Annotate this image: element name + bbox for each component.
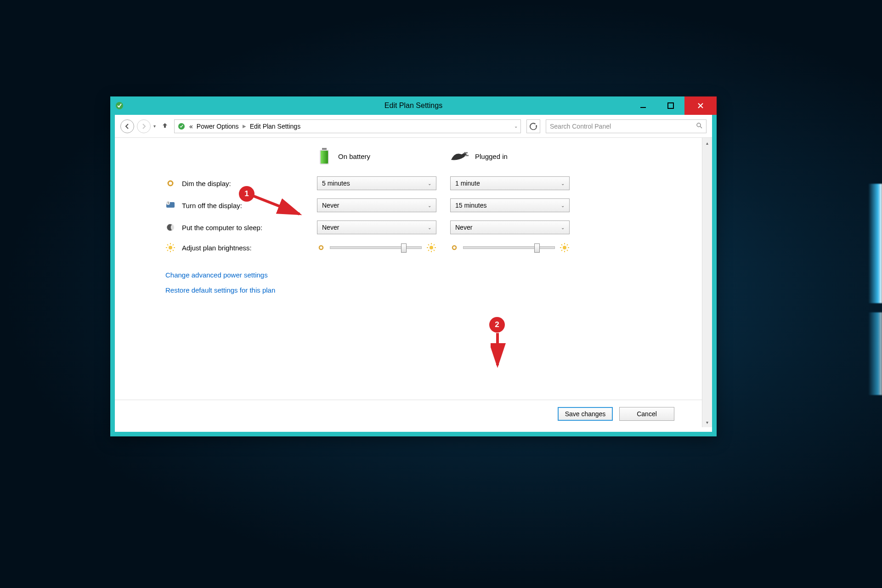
turnoff-plugged-dropdown[interactable]: 15 minutes ⌄ (450, 198, 570, 212)
annotation-badge-2: 2 (489, 317, 505, 333)
brightness-battery-slider[interactable] (330, 246, 422, 249)
sleep-plugged-dropdown[interactable]: Never ⌄ (450, 220, 570, 234)
brightness-low-icon (450, 243, 458, 252)
turnoff-battery-value: Never (322, 202, 339, 209)
desktop-light-streak (868, 184, 882, 303)
edit-plan-settings-window: Edit Plan Settings ▾ « (110, 96, 717, 436)
dim-plugged-value: 1 minute (455, 180, 480, 187)
address-bar[interactable]: « Power Options ▶ Edit Plan Settings ⌄ (174, 119, 521, 133)
dim-plugged-dropdown[interactable]: 1 minute ⌄ (450, 176, 570, 190)
brightness-plugged-slider[interactable] (463, 246, 555, 249)
plugged-in-header: Plugged in (450, 151, 583, 162)
brightness-icon (165, 243, 175, 253)
slider-thumb[interactable] (534, 243, 540, 253)
slider-thumb[interactable] (401, 243, 407, 253)
search-icon (696, 122, 702, 130)
brightness-label: Adjust plan brightness: (182, 244, 252, 252)
svg-point-4 (697, 123, 701, 127)
sleep-battery-dropdown[interactable]: Never ⌄ (317, 220, 436, 234)
turn-off-display-label: Turn off the display: (182, 202, 242, 209)
turnoff-battery-dropdown[interactable]: Never ⌄ (317, 198, 436, 212)
titlebar[interactable]: Edit Plan Settings (110, 96, 717, 115)
chevron-down-icon: ⌄ (428, 225, 431, 230)
address-dropdown-icon[interactable]: ⌄ (514, 124, 518, 129)
annotation-arrow-1 (249, 192, 309, 220)
chevron-down-icon: ⌄ (561, 181, 565, 186)
restore-defaults-link[interactable]: Restore default settings for this plan (165, 286, 688, 294)
change-advanced-link[interactable]: Change advanced power settings (165, 271, 688, 279)
chevron-down-icon: ⌄ (561, 225, 565, 230)
dim-battery-dropdown[interactable]: 5 minutes ⌄ (317, 176, 436, 190)
plugged-in-label: Plugged in (475, 153, 508, 160)
sleep-icon (165, 222, 175, 232)
svg-point-15 (169, 246, 172, 249)
power-options-icon (177, 122, 186, 130)
cancel-button[interactable]: Cancel (619, 407, 674, 421)
window-title: Edit Plan Settings (110, 102, 717, 110)
sleep-label: Put the computer to sleep: (182, 224, 262, 232)
annotation-badge-1: 1 (239, 186, 254, 202)
dim-battery-value: 5 minutes (322, 180, 350, 187)
battery-icon (317, 147, 332, 165)
explorer-toolbar: ▾ « Power Options ▶ Edit Plan Settings ⌄… (115, 115, 712, 138)
chevron-down-icon: ⌄ (428, 203, 431, 208)
scroll-down-icon[interactable]: ▾ (702, 417, 712, 427)
content-area: On battery Plugged in Dim the display: (115, 138, 702, 427)
breadcrumb-item[interactable]: Power Options (197, 123, 239, 130)
dim-display-icon (165, 178, 175, 188)
history-chevron-icon[interactable]: ▾ (153, 124, 156, 129)
chevron-down-icon: ⌄ (561, 203, 565, 208)
svg-point-16 (319, 246, 323, 249)
plug-icon (450, 151, 469, 162)
on-battery-label: On battery (338, 153, 370, 160)
chevron-down-icon: ⌄ (428, 181, 431, 186)
svg-rect-10 (465, 155, 469, 156)
scroll-up-icon[interactable]: ▴ (702, 138, 712, 148)
annotation-arrow-2 (491, 331, 509, 372)
up-button[interactable] (161, 122, 169, 130)
refresh-button[interactable] (526, 119, 540, 133)
turnoff-plugged-value: 15 minutes (455, 202, 486, 209)
brightness-high-icon (426, 243, 436, 253)
brightness-low-icon (317, 243, 325, 252)
svg-point-18 (452, 246, 456, 249)
forward-button[interactable] (137, 119, 151, 133)
dim-display-label: Dim the display: (182, 180, 231, 187)
sleep-plugged-value: Never (455, 224, 472, 231)
brightness-high-icon (560, 243, 570, 253)
breadcrumb-separator-icon: ▶ (243, 124, 246, 129)
search-input[interactable]: Search Control Panel (546, 119, 707, 133)
desktop-light-streak (868, 312, 882, 395)
search-placeholder: Search Control Panel (550, 123, 611, 130)
button-bar: Save changes Cancel (115, 400, 702, 427)
svg-point-11 (168, 181, 173, 186)
sleep-battery-value: Never (322, 224, 339, 231)
breadcrumb-prefix: « (189, 123, 193, 130)
vertical-scrollbar[interactable]: ▴ ▾ (702, 138, 712, 427)
breadcrumb-item[interactable]: Edit Plan Settings (250, 123, 301, 130)
back-button[interactable] (120, 119, 134, 133)
svg-rect-9 (464, 152, 468, 153)
svg-rect-8 (321, 151, 328, 164)
save-changes-button[interactable]: Save changes (558, 407, 613, 421)
on-battery-header: On battery (317, 147, 450, 165)
turn-off-display-icon (165, 200, 175, 210)
svg-point-19 (563, 246, 566, 249)
svg-point-17 (430, 246, 433, 249)
